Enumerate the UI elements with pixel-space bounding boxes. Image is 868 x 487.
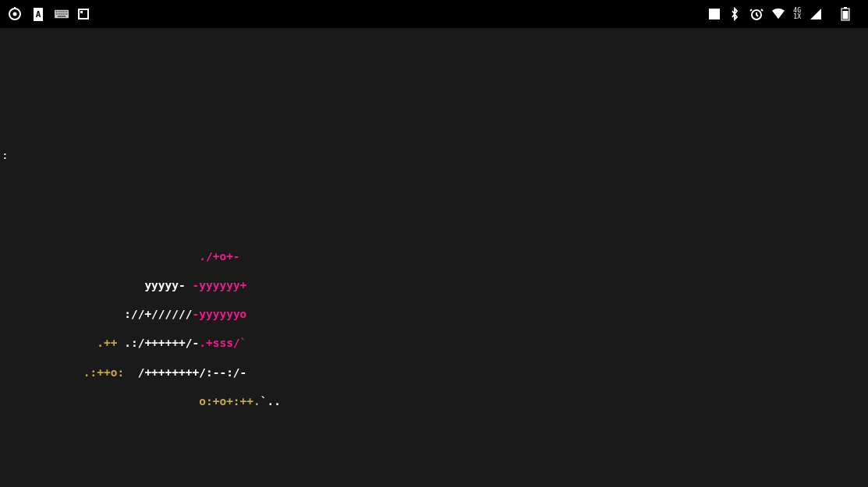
svg-rect-12: [59, 13, 61, 15]
wifi-icon: [771, 7, 785, 21]
window-icon[interactable]: [78, 9, 89, 19]
svg-rect-8: [65, 11, 66, 12]
status-bar: A 4G1X: [0, 0, 868, 28]
svg-rect-11: [58, 13, 59, 15]
svg-rect-20: [844, 7, 847, 9]
network-badge: 4G1X: [793, 8, 801, 20]
bluetooth-icon: [728, 7, 742, 21]
battery-icon: [838, 7, 852, 21]
signal-icon: [809, 7, 823, 21]
svg-rect-6: [61, 11, 62, 12]
keyboard-icon[interactable]: [55, 7, 69, 21]
svg-rect-13: [61, 13, 62, 15]
command-line-1: [2, 177, 866, 192]
ascii-art: ./+o+- yyyyy- -yyyyyy+ ://+//////-yyyyyy…: [2, 235, 281, 409]
svg-rect-21: [843, 11, 849, 19]
svg-rect-7: [63, 11, 65, 12]
svg-rect-4: [58, 11, 59, 12]
svg-rect-15: [65, 13, 66, 15]
svg-rect-17: [58, 16, 66, 17]
svg-rect-9: [66, 11, 68, 12]
terminal-area[interactable]: : ./+o+- yyyyy- -yyyyyy+ ://+//////-yyyy…: [0, 28, 868, 410]
app-icon: [709, 9, 720, 19]
font-icon[interactable]: A: [31, 7, 45, 21]
screenfetch-output: ./+o+- yyyyy- -yyyyyy+ ://+//////-yyyyyy…: [2, 235, 866, 409]
record-icon[interactable]: [8, 7, 22, 21]
svg-rect-5: [59, 11, 61, 12]
svg-rect-14: [63, 13, 65, 15]
svg-point-1: [13, 12, 17, 16]
status-right: 4G1X: [701, 7, 860, 21]
status-left: A: [8, 7, 89, 21]
prompt-line-1: :: [2, 148, 866, 163]
svg-rect-3: [56, 11, 58, 12]
svg-rect-16: [66, 13, 68, 15]
svg-rect-10: [56, 13, 58, 15]
alarm-icon: [749, 7, 763, 21]
